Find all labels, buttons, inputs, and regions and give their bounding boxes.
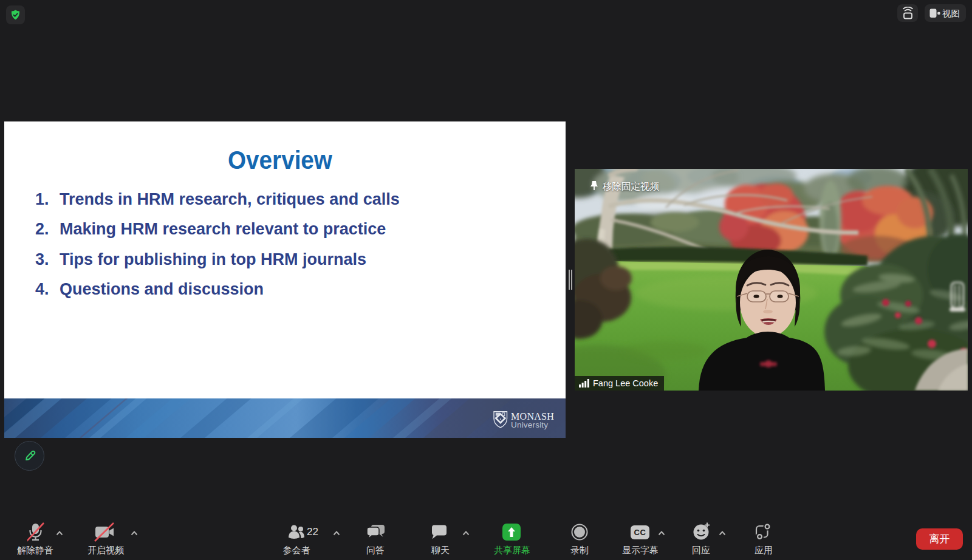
svg-text:MONASH: MONASH bbox=[511, 411, 554, 422]
svg-text:University: University bbox=[511, 420, 548, 429]
